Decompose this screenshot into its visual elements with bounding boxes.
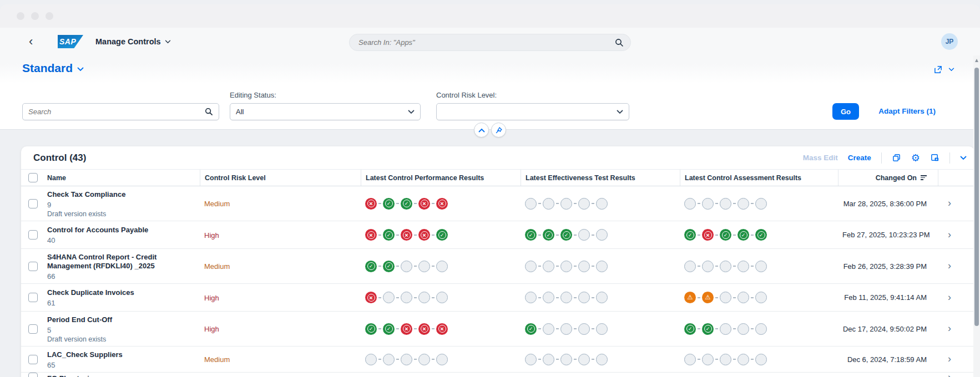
assessment-results-chain — [680, 323, 838, 335]
status-positive-icon — [383, 229, 395, 241]
settings-gear-icon[interactable]: ⚙ — [911, 153, 920, 163]
editing-status-select[interactable]: All — [230, 103, 421, 120]
risk-cell: High — [200, 293, 361, 303]
table-row[interactable]: Check Duplicate Invoices 61 High Feb 11,… — [21, 284, 974, 312]
chevron-down-icon — [77, 67, 84, 72]
go-button[interactable]: Go — [832, 103, 859, 120]
user-avatar[interactable]: JP — [941, 33, 958, 50]
connector-dash — [751, 359, 754, 360]
control-id: 40 — [47, 236, 195, 245]
table-row[interactable]: Period End Cut-Off 5 Draft version exist… — [21, 312, 974, 347]
column-header-changed-on[interactable]: Changed On — [838, 170, 938, 186]
row-checkbox[interactable] — [28, 230, 38, 240]
status-empty-icon — [418, 292, 430, 303]
scrollbar-up-arrow[interactable] — [975, 59, 978, 62]
pin-icon — [495, 126, 503, 134]
page-scrollbar[interactable] — [973, 55, 980, 377]
connector-dash — [574, 297, 577, 298]
status-empty-icon — [401, 292, 412, 303]
row-nav-chevron-icon[interactable]: › — [942, 229, 951, 240]
shell-bar: ‹ SAP Manage Controls JP — [0, 28, 980, 57]
row-checkbox[interactable] — [28, 324, 38, 334]
row-checkbox[interactable] — [28, 262, 38, 271]
table-row[interactable]: Control for Accounts Payable 40 High Feb… — [21, 221, 974, 249]
search-icon[interactable] — [615, 38, 624, 47]
column-header-name[interactable]: Name — [44, 170, 200, 186]
column-header-risk-level[interactable]: Control Risk Level — [200, 170, 361, 186]
shell-search[interactable] — [349, 34, 631, 51]
back-button[interactable]: ‹ — [29, 35, 33, 48]
risk-level-text: Medium — [204, 355, 230, 364]
app-title-menu[interactable]: Manage Controls — [95, 37, 171, 46]
create-button[interactable]: Create — [848, 154, 871, 162]
manage-controls-app: ‹ SAP Manage Controls JP Standard — [0, 0, 980, 377]
status-empty-icon — [596, 354, 608, 365]
scrollbar-thumb[interactable] — [974, 68, 979, 326]
mass-edit-button[interactable]: Mass Edit — [803, 154, 838, 162]
row-checkbox[interactable] — [28, 373, 38, 377]
search-icon[interactable] — [205, 108, 213, 116]
collapse-filter-bar-button[interactable] — [474, 123, 489, 137]
shell-search-input[interactable] — [358, 38, 615, 47]
pin-filter-bar-button[interactable] — [491, 123, 506, 137]
status-empty-icon — [401, 261, 412, 272]
row-nav-chevron-icon[interactable]: › — [942, 197, 951, 208]
row-nav-chevron-icon[interactable]: › — [942, 260, 951, 271]
row-nav-chevron-icon[interactable]: › — [942, 353, 951, 364]
chevron-down-icon — [408, 110, 415, 114]
chevron-down-icon[interactable] — [960, 156, 967, 160]
risk-level-text: High — [204, 325, 219, 333]
status-positive-icon — [365, 323, 377, 335]
select-all-cell — [21, 170, 44, 186]
changed-on-value: Feb 27, 2025, 10:23:23 PM — [838, 231, 938, 239]
status-empty-icon — [755, 323, 767, 335]
connector-dash — [396, 266, 399, 267]
status-critical-icon — [702, 292, 714, 303]
window-maximize-button[interactable] — [46, 12, 53, 20]
table-title: Control (43) — [33, 152, 86, 164]
risk-level-text: Medium — [204, 200, 230, 208]
row-checkbox[interactable] — [28, 293, 38, 302]
table-row[interactable]: FG Phantasia › — [21, 373, 974, 377]
status-empty-icon — [755, 198, 767, 210]
control-name: Check Duplicate Invoices — [47, 287, 195, 298]
row-checkbox[interactable] — [28, 199, 38, 208]
connector-dash — [592, 297, 594, 298]
window-close-button[interactable] — [17, 12, 24, 20]
connector-dash — [414, 235, 417, 236]
connector-dash — [432, 328, 435, 329]
share-icon[interactable] — [933, 65, 943, 74]
table-row[interactable]: Check Tax Compliance 9 Draft version exi… — [21, 186, 974, 221]
window-minimize-button[interactable] — [31, 12, 39, 20]
table-search-input[interactable] — [28, 108, 205, 116]
row-nav-chevron-icon[interactable]: › — [942, 323, 951, 334]
row-nav-chevron-icon[interactable]: › — [942, 292, 951, 303]
table-row[interactable]: S4HANA Control Report - Credit Managemen… — [21, 249, 974, 284]
adapt-filters-link[interactable]: Adapt Filters (1) — [878, 107, 936, 115]
column-header-assessment[interactable]: Latest Control Assessment Results — [680, 170, 838, 186]
status-empty-icon — [383, 292, 395, 303]
column-header-effectiveness[interactable]: Latest Effectiveness Test Results — [521, 170, 680, 186]
risk-level-text: Medium — [204, 262, 230, 271]
status-positive-icon — [365, 261, 377, 272]
connector-dash — [432, 203, 435, 204]
control-risk-level-select[interactable] — [436, 103, 629, 120]
select-all-checkbox[interactable] — [28, 173, 38, 182]
control-name: Period End Cut-Off — [47, 314, 195, 325]
column-header-performance[interactable]: Latest Control Performance Results — [361, 170, 521, 186]
connector-dash — [538, 297, 541, 298]
row-nav-chevron-icon[interactable]: › — [942, 373, 951, 377]
status-positive-icon — [525, 323, 537, 335]
copy-icon[interactable] — [892, 153, 901, 162]
variant-selector[interactable]: Standard — [22, 62, 84, 75]
chevron-down-icon[interactable] — [948, 68, 954, 72]
row-checkbox[interactable] — [28, 355, 38, 364]
page-actions — [933, 65, 954, 74]
control-name: S4HANA Control Report - Credit Managemen… — [47, 252, 195, 272]
nav-cell: › — [938, 373, 974, 377]
connector-dash — [396, 235, 399, 236]
table-row[interactable]: LAC_Check Suppliers 65 Medium Dec 6, 202… — [21, 347, 974, 373]
connector-dash — [556, 297, 559, 298]
table-search-field[interactable] — [22, 103, 219, 120]
export-icon[interactable] — [930, 153, 939, 162]
